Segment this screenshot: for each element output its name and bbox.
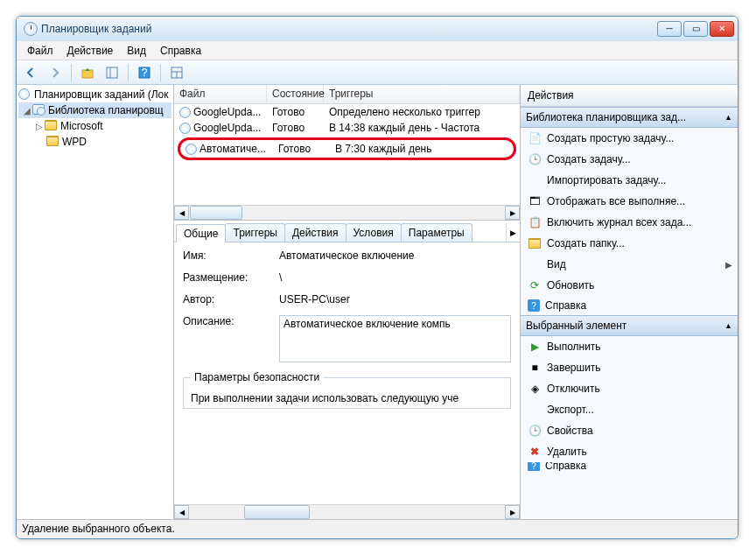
action-refresh[interactable]: ⟳Обновить: [521, 275, 738, 296]
col-file[interactable]: Файл: [174, 85, 267, 103]
stop-icon: ■: [528, 361, 542, 375]
action-create-basic[interactable]: 📄Создать простую задачу...: [521, 128, 738, 149]
actions-pane: Действия Библиотека планировщика зад... …: [521, 85, 738, 519]
menu-view[interactable]: Вид: [120, 41, 153, 60]
clock-icon: [179, 107, 191, 118]
action-help-2[interactable]: ?Справка: [521, 462, 738, 471]
tab-triggers[interactable]: Триггеры: [225, 223, 285, 242]
action-show-running[interactable]: 🗔Отображать все выполняе...: [521, 191, 738, 212]
action-enable-history[interactable]: 📋Включить журнал всех зада...: [521, 212, 738, 233]
action-run[interactable]: ▶Выполнить: [521, 336, 738, 357]
clock-icon: [186, 144, 197, 155]
action-help[interactable]: ?Справка: [521, 296, 738, 315]
tab-actions[interactable]: Действия: [284, 223, 346, 242]
tabs-scroll-right[interactable]: ▶: [506, 223, 520, 242]
task-row[interactable]: GoogleUpda... Готово Определено нескольк…: [174, 104, 520, 120]
maximize-button[interactable]: ▭: [683, 21, 708, 37]
tab-params[interactable]: Параметры: [401, 223, 472, 242]
action-create[interactable]: 🕒Создать задачу...: [521, 149, 738, 170]
window-controls: ─ ▭ ✕: [657, 21, 734, 37]
folder-icon: [45, 120, 57, 130]
collapse-icon[interactable]: ▲: [724, 321, 732, 330]
group-header-library[interactable]: Библиотека планировщика зад... ▲: [521, 107, 738, 128]
submenu-arrow-icon: ▶: [725, 260, 732, 270]
actions-group-selected: Выбранный элемент ▲ ▶Выполнить ■Завершит…: [521, 315, 738, 471]
disable-icon: ◈: [528, 382, 542, 396]
clock-icon: [179, 123, 191, 134]
desc-label: Описание:: [183, 315, 279, 362]
detail-tabs: Общие Триггеры Действия Условия Параметр…: [174, 221, 520, 242]
action-delete[interactable]: ✖Удалить: [521, 441, 738, 462]
tree-ms-label: Microsoft: [60, 120, 103, 132]
highlighted-row-ring: Автоматиче... Готово В 7:30 каждый день: [178, 137, 516, 160]
toolbar: ?: [17, 60, 738, 85]
folder-icon: [528, 236, 542, 250]
task-row[interactable]: Автоматиче... Готово В 7:30 каждый день: [180, 142, 514, 156]
details-body: Имя: Автоматическое включение Размещение…: [174, 242, 520, 504]
task-header: Файл Состояние Триггеры: [174, 85, 520, 104]
collapse-icon[interactable]: ▲: [724, 113, 732, 122]
back-button[interactable]: [20, 63, 41, 82]
up-level-button[interactable]: [77, 63, 98, 82]
task-row[interactable]: GoogleUpda... Готово В 14:38 каждый день…: [174, 120, 520, 136]
import-icon: [528, 173, 542, 187]
properties-icon: 🕒: [528, 424, 542, 438]
svg-rect-1: [107, 67, 117, 78]
scroll-left-button[interactable]: ◀: [174, 206, 189, 220]
col-triggers[interactable]: Триггеры: [324, 85, 520, 103]
tree-microsoft[interactable]: ▷ Microsoft: [18, 118, 172, 134]
menu-help[interactable]: Справка: [153, 41, 208, 60]
window: Планировщик заданий ─ ▭ ✕ Файл Действие …: [16, 16, 738, 539]
scroll-left-button[interactable]: ◀: [174, 505, 189, 519]
col-state[interactable]: Состояние: [267, 85, 324, 103]
help-icon: ?: [528, 462, 540, 471]
action-disable[interactable]: ◈Отключить: [521, 378, 738, 399]
task-hscroll[interactable]: ◀ ▶: [174, 205, 520, 220]
history-icon: 📋: [528, 215, 542, 229]
actions-title: Действия: [521, 85, 738, 107]
action-properties[interactable]: 🕒Свойства: [521, 420, 738, 441]
expander-icon[interactable]: ◢: [22, 106, 32, 116]
scroll-thumb[interactable]: [244, 505, 310, 519]
status-text: Удаление выбранного объекта.: [22, 523, 175, 535]
desc-box[interactable]: Автоматическое включение компь: [279, 315, 511, 362]
task-list: Файл Состояние Триггеры GoogleUpda... Го…: [174, 85, 520, 221]
tree-wpd[interactable]: WPD: [18, 134, 172, 150]
expander-icon[interactable]: ▷: [34, 122, 45, 131]
running-icon: 🗔: [528, 194, 542, 208]
name-label: Имя:: [183, 249, 279, 263]
group-header-selected[interactable]: Выбранный элемент ▲: [521, 315, 738, 336]
menu-action[interactable]: Действие: [60, 41, 121, 60]
help-button[interactable]: ?: [134, 63, 155, 82]
action-export[interactable]: Экспорт...: [521, 399, 738, 420]
details-hscroll[interactable]: ◀ ▶: [174, 504, 520, 519]
view-icon: [528, 257, 542, 271]
action-import[interactable]: Импортировать задачу...: [521, 170, 738, 191]
menu-file[interactable]: Файл: [20, 41, 60, 60]
location-label: Размещение:: [183, 271, 279, 285]
tree-root[interactable]: Планировщик заданий (Лок: [18, 87, 172, 102]
security-fieldset: Параметры безопасности При выполнении за…: [183, 371, 511, 409]
scroll-thumb[interactable]: [190, 206, 242, 220]
panel-toggle-button[interactable]: [102, 63, 122, 82]
tree-library[interactable]: ◢ Библиотека планировщ: [18, 102, 172, 118]
minimize-button[interactable]: ─: [657, 21, 682, 37]
tab-conditions[interactable]: Условия: [346, 223, 402, 242]
refresh-icon: ⟳: [528, 278, 542, 292]
scroll-right-button[interactable]: ▶: [505, 206, 520, 220]
task-body: GoogleUpda... Готово Определено нескольк…: [174, 104, 520, 205]
clock-icon: [24, 22, 38, 36]
status-bar: Удаление выбранного объекта.: [17, 519, 738, 538]
task-icon: 🕒: [528, 152, 542, 166]
menubar: Файл Действие Вид Справка: [17, 41, 738, 60]
action-end[interactable]: ■Завершить: [521, 357, 738, 378]
svg-rect-0: [82, 70, 93, 78]
forward-button[interactable]: [45, 63, 66, 82]
svg-text:?: ?: [142, 67, 148, 79]
action-view[interactable]: Вид▶: [521, 254, 738, 275]
close-button[interactable]: ✕: [710, 21, 734, 37]
tab-general[interactable]: Общие: [176, 224, 226, 242]
layout-button[interactable]: [166, 63, 187, 82]
action-new-folder[interactable]: Создать папку...: [521, 233, 738, 254]
scroll-right-button[interactable]: ▶: [505, 505, 520, 519]
